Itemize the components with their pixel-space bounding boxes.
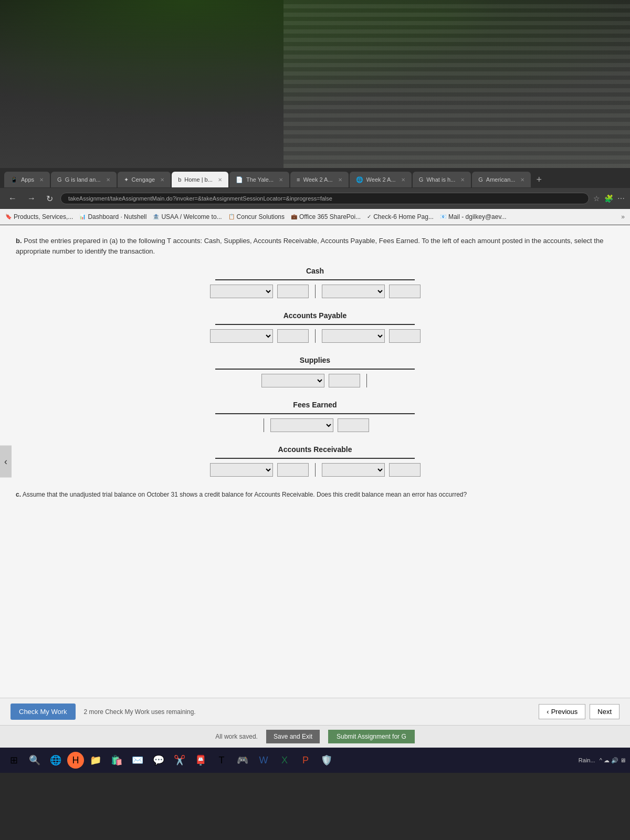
cash-horizontal-line: [215, 279, 415, 280]
taskbar-edge-icon[interactable]: 🌐: [46, 751, 65, 770]
tab-cengage-close[interactable]: ✕: [160, 177, 164, 183]
fees-earned-horizontal-line: [215, 413, 415, 414]
tab-week2b-close[interactable]: ✕: [401, 177, 405, 183]
taskbar-powerpoint-icon[interactable]: P: [296, 751, 315, 770]
question-letter: b.: [16, 237, 22, 245]
accounts-receivable-title: Accounts Receivable: [16, 445, 614, 454]
tab-week2b[interactable]: 🌐 Week 2 A... ✕: [350, 172, 412, 187]
bookmark-office365[interactable]: 💼 Office 365 SharePoi...: [291, 213, 361, 220]
cash-t-account: Cash 12345 12345: [16, 267, 614, 298]
bookmark-mail[interactable]: 📧 Mail - dgilkey@aev...: [440, 213, 507, 220]
taskbar-word-icon[interactable]: W: [254, 751, 273, 770]
taskbar-mail-icon[interactable]: ✉️: [128, 751, 147, 770]
taskbar-start-button[interactable]: ⊞: [4, 751, 23, 770]
back-button[interactable]: ←: [5, 193, 20, 204]
tab-home[interactable]: b Home | b... ✕: [172, 172, 228, 187]
tab-bar: 📱 Apps ✕ G G is land an... ✕ ✦ Cengage ✕…: [0, 168, 630, 188]
bookmark-products[interactable]: 🔖 Products, Services,...: [5, 213, 73, 220]
tab-gisland-close[interactable]: ✕: [106, 177, 110, 183]
taskbar-teams2-icon[interactable]: T: [212, 751, 231, 770]
taskbar: ⊞ 🔍 🌐 H 📁 🛍️ ✉️ 💬 ✂️ 📮 T 🎮 W X P 🛡️ Rain…: [0, 748, 630, 773]
taskbar-excel-icon[interactable]: X: [275, 751, 294, 770]
section-c-letter: c.: [16, 491, 21, 498]
fees-earned-row: 12345: [16, 418, 614, 432]
tab-american-close[interactable]: ✕: [520, 177, 524, 183]
tab-apps-close[interactable]: ✕: [39, 177, 44, 183]
tab-yale-label: The Yale...: [246, 176, 274, 183]
accounts-receivable-vertical-divider: [315, 463, 316, 477]
cash-left-select[interactable]: 12345: [210, 285, 273, 298]
cash-title: Cash: [16, 267, 614, 275]
top-decorative-area: [0, 0, 630, 168]
fees-earned-right-select[interactable]: 12345: [270, 418, 333, 432]
taskbar-minecraft-icon[interactable]: 🎮: [233, 751, 252, 770]
address-text: takeAssignment/takeAssignmentMain.do?inv…: [68, 195, 332, 202]
accounts-payable-credit-input[interactable]: [389, 329, 421, 343]
bookmark-star-icon[interactable]: ☆: [593, 194, 600, 203]
bookmark-check6[interactable]: ✓ Check-6 Home Pag...: [367, 213, 434, 220]
taskbar-teams-icon[interactable]: 💬: [149, 751, 168, 770]
tab-week2b-icon: 🌐: [356, 176, 363, 183]
bookmark-usaa[interactable]: 🏦 USAA / Welcome to...: [153, 213, 222, 220]
save-bar: All work saved. Save and Exit Submit Ass…: [0, 725, 630, 748]
bookmarks-bar: 🔖 Products, Services,... 📊 Dashboard · N…: [0, 209, 630, 225]
taskbar-snip-icon[interactable]: ✂️: [170, 751, 189, 770]
tab-apps[interactable]: 📱 Apps ✕: [4, 172, 50, 187]
taskbar-clock: ^ ☁ 🔊 🖥: [600, 757, 626, 764]
tab-american[interactable]: G American... ✕: [472, 172, 531, 187]
tab-gisland[interactable]: G G is land an... ✕: [51, 172, 116, 187]
section-c: c. Assume that the unadjusted trial bala…: [16, 490, 614, 499]
cash-right-select[interactable]: 12345: [322, 285, 385, 298]
accounts-receivable-debit-input[interactable]: [277, 463, 309, 477]
check-my-work-button[interactable]: Check My Work: [10, 704, 76, 720]
submit-assignment-button[interactable]: Submit Assignment for G: [328, 730, 415, 743]
bookmark-dashboard[interactable]: 📊 Dashboard · Nutshell: [79, 213, 146, 220]
cash-credit-input[interactable]: [389, 285, 421, 298]
supplies-left-select[interactable]: 12345: [261, 374, 324, 387]
next-button[interactable]: Next: [590, 704, 620, 719]
left-arrow-button[interactable]: ‹: [0, 446, 12, 478]
accounts-payable-title: Accounts Payable: [16, 311, 614, 320]
accounts-payable-right-select[interactable]: 12345: [322, 329, 385, 343]
cash-debit-input[interactable]: [277, 285, 309, 298]
bookmark-mail-icon: 📧: [440, 214, 446, 219]
previous-button[interactable]: ‹ Previous: [539, 704, 585, 719]
browser-actions: ☆ 🧩 ⋯: [593, 194, 625, 203]
taskbar-outlook-icon[interactable]: 📮: [191, 751, 210, 770]
address-bar-area: ← → ↻ takeAssignment/takeAssignmentMain.…: [0, 188, 630, 209]
accounts-payable-left-select[interactable]: 12345: [210, 329, 273, 343]
tab-whatis-close[interactable]: ✕: [460, 177, 465, 183]
taskbar-antivirus-icon[interactable]: 🛡️: [317, 751, 336, 770]
accounts-payable-debit-input[interactable]: [277, 329, 309, 343]
tab-week2a-close[interactable]: ✕: [338, 177, 342, 183]
tab-week2b-label: Week 2 A...: [366, 176, 396, 183]
tab-american-icon: G: [478, 176, 483, 183]
bookmark-dashboard-icon: 📊: [79, 214, 86, 219]
taskbar-search-icon[interactable]: 🔍: [25, 751, 44, 770]
accounts-receivable-right-select[interactable]: 12345: [322, 463, 385, 477]
tab-cengage[interactable]: ✦ Cengage ✕: [118, 172, 171, 187]
tab-whatis[interactable]: G What is h... ✕: [413, 172, 471, 187]
taskbar-cengage-icon[interactable]: H: [67, 752, 84, 769]
tab-home-close[interactable]: ✕: [218, 177, 222, 183]
save-and-exit-button[interactable]: Save and Exit: [266, 730, 320, 743]
taskbar-store-icon[interactable]: 🛍️: [107, 751, 126, 770]
accounts-receivable-left-select[interactable]: 12345: [210, 463, 273, 477]
tab-yale[interactable]: 📄 The Yale... ✕: [229, 172, 289, 187]
extension-icon[interactable]: 🧩: [604, 194, 613, 203]
address-bar[interactable]: takeAssignment/takeAssignmentMain.do?inv…: [60, 193, 589, 204]
tab-yale-close[interactable]: ✕: [279, 177, 283, 183]
forward-button[interactable]: →: [24, 193, 39, 204]
tab-week2a[interactable]: ≡ Week 2 A... ✕: [290, 172, 348, 187]
new-tab-button[interactable]: +: [532, 172, 546, 187]
accounts-receivable-credit-input[interactable]: [389, 463, 421, 477]
taskbar-folder-icon[interactable]: 📁: [86, 751, 105, 770]
tab-cengage-label: Cengage: [132, 176, 155, 183]
more-options-icon[interactable]: ⋯: [617, 194, 625, 203]
fees-earned-credit-input[interactable]: [338, 418, 369, 432]
bookmarks-overflow[interactable]: »: [621, 213, 625, 220]
tab-gisland-label: G is land an...: [65, 176, 101, 183]
refresh-button[interactable]: ↻: [43, 193, 56, 205]
supplies-debit-input[interactable]: [329, 374, 360, 387]
bookmark-concur[interactable]: 📋 Concur Solutions: [228, 213, 285, 220]
